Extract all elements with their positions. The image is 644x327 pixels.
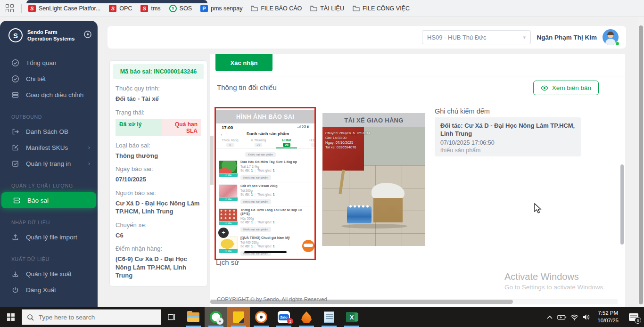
- phone-time: 17:00: [222, 125, 233, 130]
- browser-scrollbar[interactable]: [638, 17, 644, 307]
- bookmark-pms-senpay[interactable]: Ppms senpay: [200, 5, 242, 12]
- sidebar-item-label: Quản lý file xuất: [26, 270, 72, 278]
- water-pack: [347, 206, 372, 223]
- mascot-icon: [302, 240, 314, 252]
- phone-tab-active: H.Mát28: [272, 139, 301, 148]
- bookmark-senlight[interactable]: SSenLight Case Platfor...: [28, 5, 100, 12]
- taskbar-search[interactable]: [22, 309, 161, 325]
- search-icon: [27, 314, 34, 321]
- phone-tab: Thiếu hàng0: [216, 139, 244, 148]
- battery-icon[interactable]: [556, 307, 568, 327]
- sidebar-item-manifest-skus[interactable]: Manifest SKUs ›: [0, 139, 98, 155]
- phone-status-bar: 17:00 ‥ıl 5G ▮: [216, 123, 314, 130]
- field-label: Tên tài xế:: [116, 286, 201, 286]
- search-input[interactable]: [39, 314, 142, 321]
- sidebar-item-chi-tiet[interactable]: Chi tiết: [0, 71, 98, 87]
- bookmarks-separator: [21, 4, 22, 13]
- inner-vertical-scrollbar-thumb[interactable]: [620, 164, 624, 245]
- clock-time: 7:52 PM: [597, 310, 619, 317]
- bookmark-folder-cong-viec[interactable]: FILE CÔNG VIỆC: [353, 5, 410, 12]
- bookmark-sos[interactable]: SSOS: [169, 5, 192, 12]
- taskbar-clock[interactable]: 7:52 PM 10/07/25: [593, 310, 623, 324]
- sendo-farm-logo-icon: S: [8, 28, 23, 42]
- check-circle-icon: [11, 59, 19, 67]
- sticky-note-icon: [233, 311, 244, 323]
- report-image[interactable]: HÌNH ẢNH BÁO SAI 17:00 ‥ıl 5G ▮ ← Danh s…: [215, 107, 316, 260]
- start-button[interactable]: [0, 307, 22, 327]
- bookmark-folder-bao-cao[interactable]: FILE BÁO CÁO: [251, 5, 302, 12]
- chevron-down-icon: ▾: [523, 34, 526, 41]
- cardboard-box: [373, 198, 403, 222]
- apps-grid-icon[interactable]: [6, 4, 14, 12]
- bookmark-label: tms: [151, 5, 160, 12]
- eye-icon: [541, 85, 548, 91]
- edit-icon: [11, 144, 19, 152]
- confirm-button[interactable]: Xác nhận: [215, 54, 272, 71]
- field-label: Người báo sai:: [116, 189, 201, 196]
- sidebar-item-label: Quản lý file import: [26, 234, 77, 241]
- bookmark-opc[interactable]: SOPC: [109, 5, 132, 12]
- field-label: Điểm nhận hàng:: [116, 245, 201, 252]
- hub-select[interactable]: HS09 - HUB Thủ Đức ▾: [422, 30, 531, 44]
- notes-title: Ghi chú kiểm đếm: [435, 107, 490, 115]
- sidebar-item-quan-ly-trang-in[interactable]: Quản lý trang in ›: [0, 155, 98, 172]
- note-card: Đối tác: Cư Xá D - Đại Học Nông Lâm TP.H…: [435, 117, 581, 156]
- field-label: Ngày báo sai:: [116, 165, 201, 172]
- sidebar-item-file-import[interactable]: Quản lý file import: [0, 229, 98, 245]
- tray-chevron-up-icon[interactable]: [544, 307, 556, 327]
- sidebar-item-label: Tổng quan: [26, 59, 57, 66]
- sidebar-section-import: NHẬP DỮ LIỆU: [0, 220, 98, 225]
- sidebar-item-giao-dich-dieu-chinh[interactable]: Giao dịch điều chỉnh: [0, 87, 98, 103]
- zalo-badge: 3: [287, 318, 293, 324]
- taskbar-file-explorer[interactable]: [182, 307, 205, 327]
- taskbar-zalo[interactable]: Zalo 3: [272, 307, 295, 327]
- taskbar-excel[interactable]: X: [340, 307, 363, 327]
- taskbar-flame-app[interactable]: [295, 307, 318, 327]
- taskbar-notepad[interactable]: [318, 307, 340, 327]
- bookmark-folder-tai-lieu[interactable]: TÀI LIỆU: [310, 5, 344, 12]
- driver-photo[interactable]: TÀI XẾ GIAO HÀNG Chuyen: chuyen_6_IPS101…: [322, 113, 425, 246]
- activate-windows-watermark: Activate Windows: [504, 271, 579, 282]
- app-page: S Sendo Farm Operation Systems Tổng quan…: [0, 17, 644, 307]
- note-text: thiếu sản phẩm: [440, 147, 575, 154]
- p-icon: P: [200, 5, 208, 12]
- user-name: Ngân Phạm Thị Kim: [537, 26, 597, 49]
- taskbar-sticky-note-app[interactable]: [227, 307, 250, 327]
- download-icon: [11, 270, 19, 278]
- bookmark-tms[interactable]: Stms: [140, 5, 160, 12]
- browser-scrollbar-thumb[interactable]: [639, 25, 643, 304]
- field-label: Loại báo sai:: [116, 142, 201, 149]
- taskbar-openvpn[interactable]: [250, 307, 272, 327]
- task-view-button[interactable]: [161, 307, 182, 327]
- sidebar-item-danh-sach-ob[interactable]: Danh Sách OB: [0, 123, 98, 139]
- speaker-icon[interactable]: [580, 307, 593, 327]
- target-icon[interactable]: [83, 30, 92, 41]
- sidebar-item-dang-xuat[interactable]: Đăng Xuất: [0, 282, 98, 298]
- phone-tabs: Thiếu hàng0 H.Thường21 H.Mát28 H.Đông2: [216, 138, 314, 149]
- taskbar-green-app[interactable]: ●: [205, 307, 227, 327]
- wifi-icon[interactable]: [568, 307, 580, 327]
- brand-line2: Operation Systems: [27, 35, 78, 42]
- incident-detail-panel: Mã báo sai: INC0000143246 Thuộc quy trìn…: [109, 60, 207, 286]
- sidebar-item-file-xuat[interactable]: Quản lý file xuất: [0, 266, 98, 282]
- delivery-photo: Chuyen: chuyen_6_IPS1014 Gio: 14:33:00 N…: [322, 127, 425, 246]
- bookmark-label: FILE CÔNG VIỆC: [363, 5, 410, 12]
- online-status-dot: [615, 41, 619, 46]
- sendo-icon: S: [28, 5, 36, 12]
- notification-center-button[interactable]: 6: [623, 307, 644, 327]
- browser-tab-strip[interactable]: [26, 0, 207, 3]
- sidebar-item-tong-quan[interactable]: Tổng quan: [0, 55, 98, 71]
- sidebar-item-bao-sai[interactable]: Báo sai: [1, 192, 96, 208]
- back-arrow-icon: ←: [220, 131, 225, 137]
- history-title: Lịch sử: [216, 258, 239, 266]
- field-value: C6: [116, 231, 201, 240]
- carousel-edge[interactable]: [210, 136, 214, 185]
- folder-icon: [353, 5, 360, 11]
- sidebar-item-label: Chi tiết: [26, 75, 46, 82]
- view-report-button[interactable]: Xem biên bản: [533, 81, 599, 95]
- export-icon: [11, 128, 19, 136]
- system-tray: 7:52 PM 10/07/25 6: [544, 307, 644, 327]
- sendo-icon: S: [109, 5, 116, 12]
- bookmark-label: OPC: [119, 5, 132, 12]
- complaint-pill: Khiếu nại sản phẩm: [245, 152, 276, 157]
